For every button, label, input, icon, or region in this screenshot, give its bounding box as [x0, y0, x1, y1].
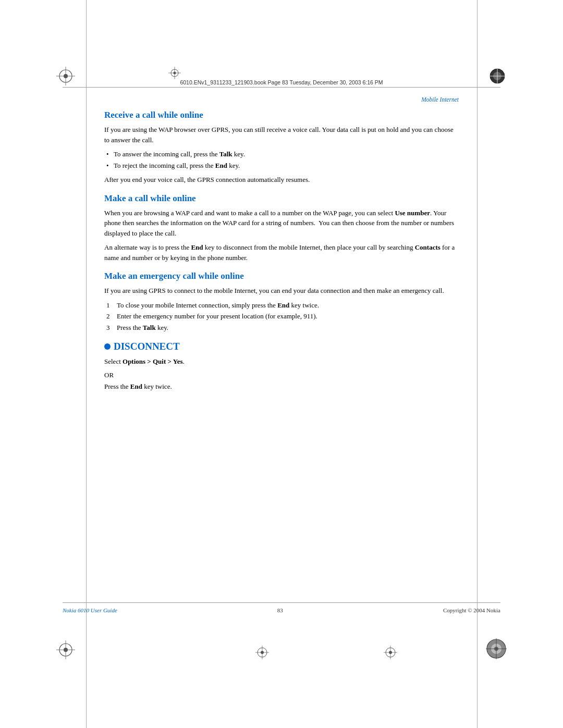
make-call-body1: When you are browsing a WAP card and wan…	[104, 208, 459, 239]
section-make-call: Make a call while online When you are br…	[104, 193, 459, 263]
emergency-call-steps: 1To close your mobile Internet connectio…	[104, 300, 459, 333]
reg-mark-bottom-left	[56, 640, 75, 661]
heading-make-call: Make a call while online	[104, 193, 459, 204]
side-rule-left	[86, 0, 87, 728]
header-rule	[63, 87, 500, 88]
section-disconnect: DISCONNECT Select Options > Quit > Yes. …	[104, 341, 459, 391]
reg-mark-bottom-right	[486, 638, 507, 661]
make-call-body2: An alternate way is to press the End key…	[104, 242, 459, 263]
list-item: 2Enter the emergency number for your pre…	[104, 311, 459, 322]
header-text: 6010.ENv1_9311233_121903.book Page 83 Tu…	[0, 79, 563, 85]
list-item: 1To close your mobile Internet connectio…	[104, 300, 459, 311]
footer-left: Nokia 6010 User Guide	[63, 607, 117, 613]
list-item: To reject the incoming call, press the E…	[104, 161, 459, 171]
category-label: Mobile Internet	[104, 96, 459, 103]
disconnect-body1: Select Options > Quit > Yes.	[104, 356, 459, 367]
list-item: 3Press the Talk key.	[104, 323, 459, 333]
disconnect-body2: Press the End key twice.	[104, 381, 459, 392]
side-rule-right	[477, 0, 478, 728]
reg-mark-bottom-center	[255, 646, 269, 661]
footer: Nokia 6010 User Guide 83 Copyright © 200…	[63, 602, 500, 613]
disconnect-or: OR	[104, 371, 459, 379]
footer-center: 83	[277, 607, 283, 613]
heading-disconnect: DISCONNECT	[104, 341, 459, 352]
reg-mark-bottom-center-right	[384, 646, 397, 661]
heading-receive-call: Receive a call while online	[104, 110, 459, 120]
disconnect-bullet-icon	[104, 343, 111, 350]
list-item: To answer the incoming call, press the T…	[104, 149, 459, 159]
main-content: Mobile Internet Receive a call while onl…	[104, 96, 459, 400]
heading-emergency-call: Make an emergency call while online	[104, 271, 459, 281]
section-emergency-call: Make an emergency call while online If y…	[104, 271, 459, 332]
receive-call-body1: If you are using the WAP browser over GP…	[104, 125, 459, 145]
emergency-call-body1: If you are using GPRS to connect to the …	[104, 286, 459, 296]
receive-call-body2: After you end your voice call, the GPRS …	[104, 175, 459, 185]
receive-call-bullets: To answer the incoming call, press the T…	[104, 149, 459, 170]
section-receive-call: Receive a call while online If you are u…	[104, 110, 459, 185]
footer-right: Copyright © 2004 Nokia	[443, 607, 500, 613]
